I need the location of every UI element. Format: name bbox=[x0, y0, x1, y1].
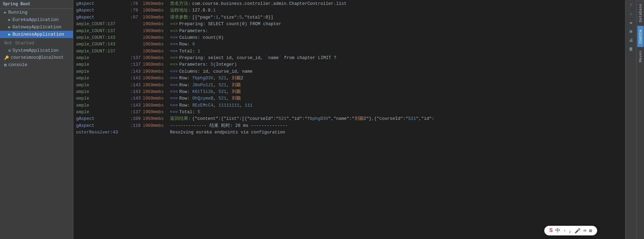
console-icon: ▤ bbox=[4, 63, 7, 67]
scroll-up-button[interactable]: ↑ bbox=[627, 1, 635, 9]
table-row: gAspect:79l9G9mmbs远程地址: 127.0.0.1 bbox=[73, 7, 625, 14]
not-started-label: Not Started bbox=[4, 41, 34, 46]
sidebar: Spring Boot ▶ Running ▶ EurekaApplicatio… bbox=[0, 0, 73, 239]
table-row: ample_COUNT:137l9G9mmbs==> Preparing: SE… bbox=[73, 21, 625, 28]
spring-boot-header: Spring Boot bbox=[0, 0, 73, 9]
table-row: ample_COUNT:137l9G9mmbs<== Total: 1 bbox=[73, 48, 625, 55]
eureka-label: EurekaApplication bbox=[13, 17, 59, 22]
tab-codota[interactable]: Codota bbox=[637, 26, 644, 47]
delete-button[interactable]: 🗑 bbox=[627, 45, 635, 53]
spring-boot-label: Spring Boot bbox=[3, 2, 30, 7]
table-row: ample:143l9G9mmbs<== Row: J8oPo1JI, 521,… bbox=[73, 82, 625, 89]
key-icon: 🔑 bbox=[4, 56, 9, 60]
ime-grid: ⊞ bbox=[589, 228, 592, 234]
table-row: gAspect:97l9G9mmbs请求参数: [{"page":1,"size… bbox=[73, 14, 625, 21]
ime-chinese: 中 bbox=[555, 227, 560, 234]
table-row: ample_COUNT:143l9G9mmbs<== Columns: coun… bbox=[73, 35, 625, 41]
gear-icon: ⚙ bbox=[8, 48, 11, 53]
business-label: BusinessApplication bbox=[13, 32, 64, 37]
sidebar-item-not-started[interactable]: Not Started bbox=[0, 39, 73, 47]
table-row: ample:137l9G9mmbs==> Preparing: select i… bbox=[73, 55, 625, 61]
play-icon-eureka: ▶ bbox=[8, 17, 11, 22]
print-button[interactable]: 🖨 bbox=[627, 36, 635, 44]
sidebar-item-business[interactable]: ▶ BusinessApplication bbox=[0, 31, 73, 38]
table-row: ample:143l9G9mmbs<== Row: fbphgD3V, 521,… bbox=[73, 75, 625, 82]
log-area[interactable]: gAspect:78l9G9mmbs类名方法: com.course.busin… bbox=[73, 0, 625, 239]
table-row: ample:143l9G9mmbs<== Row: K6tT3i2b, 521,… bbox=[73, 89, 625, 95]
system-label: SystemApplication bbox=[13, 48, 59, 53]
ime-mic: 🎤 bbox=[575, 228, 580, 234]
table-row: gAspect:109l9G9mmbs返回结果: {"content":{"li… bbox=[73, 116, 625, 122]
sidebar-item-localhost[interactable]: 🔑 courseimooc@localhost bbox=[0, 54, 73, 61]
tab-database[interactable]: Database bbox=[637, 0, 644, 26]
play-icon-gateway: ▶ bbox=[8, 25, 11, 29]
table-row: ample:143l9G9mmbs<== Columns: id, course… bbox=[73, 68, 625, 75]
right-side-tabs: Database Codota Maven bbox=[636, 0, 644, 239]
tab-maven[interactable]: Maven bbox=[637, 47, 644, 66]
sidebar-item-system[interactable]: ⚙ SystemApplication bbox=[0, 47, 73, 54]
localhost-label: courseimooc@localhost bbox=[11, 55, 64, 60]
ime-dot: · bbox=[563, 228, 566, 233]
ime-keyboard: ⌨ bbox=[583, 228, 586, 234]
main-content: gAspect:78l9G9mmbs类名方法: com.course.busin… bbox=[73, 0, 625, 239]
play-icon: ▶ bbox=[4, 10, 7, 15]
table-row: gAspect:110l9G9mmbs-------------- 结束 耗时:… bbox=[73, 123, 625, 129]
table-row: usterResolver:43 Resolving eureka endpoi… bbox=[73, 129, 625, 136]
transfer-button[interactable]: ⇄ bbox=[627, 19, 635, 27]
ime-logo: S bbox=[549, 227, 553, 234]
running-label: Running bbox=[8, 10, 28, 15]
table-button[interactable]: ⊞ bbox=[627, 28, 635, 35]
table-row: ample:137l9G9mmbs<== Total: 5 bbox=[73, 109, 625, 116]
scroll-down-button[interactable]: ↓ bbox=[627, 10, 635, 18]
gateway-label: GatewayApplication bbox=[13, 24, 61, 30]
table-row: ample_COUNT:143l9G9mmbs<== Row: 6 bbox=[73, 41, 625, 48]
console-label: console bbox=[8, 62, 28, 67]
table-row: ample:137l9G9mmbs==> Parameters: 5(Integ… bbox=[73, 61, 625, 68]
ime-comma: , bbox=[569, 228, 572, 233]
table-row: ample:143l9G9mmbs<== Row: OhQzymeB, 521,… bbox=[73, 95, 625, 102]
table-row: ample_COUNT:137l9G9mmbs==> Parameters: bbox=[73, 28, 625, 35]
play-icon-business: ▶ bbox=[8, 32, 11, 37]
ime-bar: S 中 · , 🎤 ⌨ ⊞ bbox=[544, 226, 597, 236]
sidebar-item-console[interactable]: ▤ console bbox=[0, 61, 73, 68]
sidebar-item-eureka[interactable]: ▶ EurekaApplication bbox=[0, 16, 73, 23]
sidebar-item-gateway[interactable]: ▶ GatewayApplication bbox=[0, 23, 73, 31]
sidebar-item-running[interactable]: ▶ Running bbox=[0, 9, 73, 16]
table-row: ample:143l9G9mmbs<== Row: REzEMcC4, 1111… bbox=[73, 102, 625, 109]
table-row: gAspect:78l9G9mmbs类名方法: com.course.busin… bbox=[73, 1, 625, 7]
